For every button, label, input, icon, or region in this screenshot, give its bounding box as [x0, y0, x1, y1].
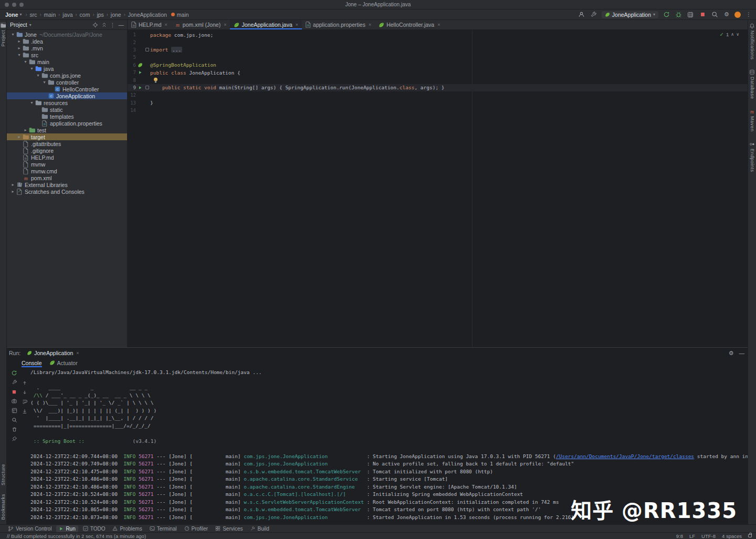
code-line-1[interactable]: 1package com.jps.jone; — [128, 31, 748, 38]
code-line-13[interactable]: 13} — [128, 99, 748, 107]
chevron-right-icon[interactable]: ▸ — [16, 39, 22, 44]
chevron-down-icon[interactable]: ▾ — [16, 53, 22, 57]
right-strip-item-notifications[interactable]: Notifications — [749, 23, 755, 60]
editor-tab-application-properties[interactable]: application.properties× — [302, 20, 375, 29]
close-tab-icon[interactable]: × — [224, 22, 226, 27]
code-line-7[interactable]: 7public class JoneApplication { — [128, 69, 748, 76]
tree-item-joneapplication[interactable]: CJoneApplication — [7, 92, 127, 99]
stop-icon[interactable] — [10, 388, 18, 395]
toolwindow-button-version-control[interactable]: Version Control — [5, 525, 54, 532]
tree-item-external-libraries[interactable]: ▸External Libraries — [7, 181, 127, 188]
chevron-down-icon[interactable]: ▾ — [29, 67, 35, 71]
right-strip-item-endpoints[interactable]: Endpoints — [749, 141, 755, 172]
project-panel-title[interactable]: Project — [10, 22, 27, 28]
project-toolwindow-icon[interactable] — [0, 22, 6, 28]
tree-item-scratches-and-consoles[interactable]: ▸Scratches and Consoles — [7, 188, 127, 195]
chevron-right-icon[interactable]: ▸ — [23, 128, 28, 132]
code-line-2[interactable]: 2 — [128, 38, 748, 46]
tree-item-static[interactable]: static — [7, 106, 127, 113]
editor-tab-pom-xml-jone[interactable]: mpom.xml (Jone)× — [171, 20, 230, 29]
status-message[interactable]: // Build completed successfully in 2 sec… — [7, 533, 146, 539]
settings-icon[interactable]: ⚙ — [722, 11, 731, 19]
editor-tab-joneapplication-java[interactable]: JoneApplication.java× — [230, 20, 302, 29]
left-strip-label-bookmarks[interactable]: Bookmarks — [1, 494, 6, 520]
close-tab-icon[interactable]: × — [369, 22, 371, 27]
chevron-right-icon[interactable]: ▸ — [10, 183, 16, 187]
toolwindow-button-services[interactable]: Services — [213, 525, 245, 532]
search-icon[interactable] — [710, 11, 719, 19]
run-gutter-icon[interactable] — [138, 86, 142, 90]
collapse-all-icon[interactable] — [101, 22, 107, 28]
code-line-3[interactable]: 3import ... — [128, 46, 748, 54]
breadcrumb-item-java[interactable]: java — [61, 11, 74, 18]
project-widget[interactable]: Jone ▾ — [3, 11, 24, 18]
zoom-window-button[interactable] — [19, 3, 24, 7]
chevron-right-icon[interactable]: ▸ — [16, 135, 22, 139]
status-widget-utf-8[interactable]: UTF-8 — [701, 533, 716, 539]
breadcrumb-item-jone[interactable]: jone — [110, 11, 122, 18]
inspections-widget[interactable]: ✓ 1 ∧ ∨ — [720, 32, 739, 37]
code-line-8[interactable]: 8 — [128, 76, 748, 84]
code-line-12[interactable]: 12 — [128, 91, 748, 99]
locate-file-icon[interactable] — [92, 22, 98, 28]
close-tab-icon[interactable]: × — [296, 22, 298, 27]
tree-item-controller[interactable]: ▾controller — [7, 79, 127, 86]
breadcrumb-item-joneapplication[interactable]: JoneApplication — [127, 11, 168, 18]
tree-item-gitignore[interactable]: .gitignore — [7, 147, 127, 154]
edit-configuration-icon[interactable] — [10, 379, 18, 386]
chevron-down-icon[interactable]: ▾ — [29, 101, 35, 105]
down-stack-trace-icon[interactable] — [21, 389, 28, 396]
breadcrumb-item-jps[interactable]: jps — [96, 11, 104, 18]
lock-icon[interactable] — [748, 534, 752, 537]
tree-item-application-properties[interactable]: application.properties — [7, 120, 127, 127]
up-stack-trace-icon[interactable] — [21, 379, 28, 386]
run-config-select[interactable]: JoneApplication ▾ — [602, 11, 658, 18]
chevron-down-icon[interactable]: ▾ — [35, 74, 41, 78]
tree-item-hellocontroller[interactable]: CHelloController — [7, 86, 127, 92]
tree-item-java[interactable]: ▾java — [7, 65, 127, 72]
restore-layout-icon[interactable] — [10, 407, 18, 414]
hide-panel-icon[interactable]: — — [739, 350, 745, 356]
close-window-button[interactable] — [5, 3, 9, 7]
breadcrumb-item-src[interactable]: src — [29, 11, 38, 18]
tree-item-src[interactable]: ▾src — [7, 51, 127, 58]
tree-item-mvnw-cmd[interactable]: mvnw.cmd — [7, 168, 127, 174]
status-widget-lf[interactable]: LF — [689, 533, 695, 539]
tree-item-resources[interactable]: ▾resources — [7, 99, 127, 106]
fold-marker-icon[interactable] — [145, 86, 149, 89]
close-tab-icon[interactable]: × — [437, 22, 440, 27]
user-icon[interactable] — [578, 11, 586, 19]
tree-item-pom-xml[interactable]: mpom.xml — [7, 174, 127, 181]
tree-item-help-md[interactable]: HELP.md — [7, 154, 127, 161]
code-line-5[interactable]: 5 — [128, 54, 748, 61]
status-widget-9-8[interactable]: 9:8 — [676, 533, 683, 539]
tree-item-test[interactable]: ▸test — [7, 127, 127, 133]
toolwindow-button-profiler[interactable]: Profiler — [182, 525, 211, 532]
tree-item-mvn[interactable]: ▸.mvn — [7, 45, 127, 51]
run-gutter-icon[interactable] — [138, 70, 142, 75]
coverage-icon[interactable] — [686, 11, 695, 19]
prev-inspection-button[interactable]: ∧ — [731, 32, 734, 37]
pin-icon[interactable] — [10, 436, 18, 442]
status-widget-4-spaces[interactable]: 4 spaces — [722, 533, 742, 539]
tree-item-jone[interactable]: ▾Jone~/Documents/JavaP/Jone — [7, 31, 127, 38]
close-tab-icon[interactable]: × — [165, 22, 167, 27]
search-icon[interactable] — [10, 417, 18, 423]
intention-bulb-icon[interactable] — [153, 77, 158, 83]
thread-dump-icon[interactable] — [10, 398, 18, 405]
tree-item-gitattributes[interactable]: .gitattributes — [7, 140, 127, 147]
chevron-down-icon[interactable]: ▾ — [41, 80, 47, 85]
tree-item-mvnw[interactable]: mvnw — [7, 161, 127, 168]
code-line-9[interactable]: 9 public static void main(String[] args)… — [128, 84, 748, 91]
wrench-icon[interactable] — [590, 11, 598, 19]
tree-item-target[interactable]: ▸target — [7, 133, 127, 140]
run-tab[interactable]: JoneApplication × — [25, 348, 81, 358]
editor-tab-help-md[interactable]: HELP.md× — [128, 20, 171, 29]
spring-gutter-icon[interactable] — [138, 63, 143, 68]
tree-item-idea[interactable]: ▸.idea — [7, 38, 127, 45]
avatar[interactable] — [734, 12, 741, 18]
soft-wrap-icon[interactable] — [21, 398, 28, 405]
rerun-icon[interactable] — [10, 369, 18, 376]
right-strip-item-maven[interactable]: mMaven — [749, 108, 755, 132]
next-inspection-button[interactable]: ∨ — [736, 32, 739, 37]
